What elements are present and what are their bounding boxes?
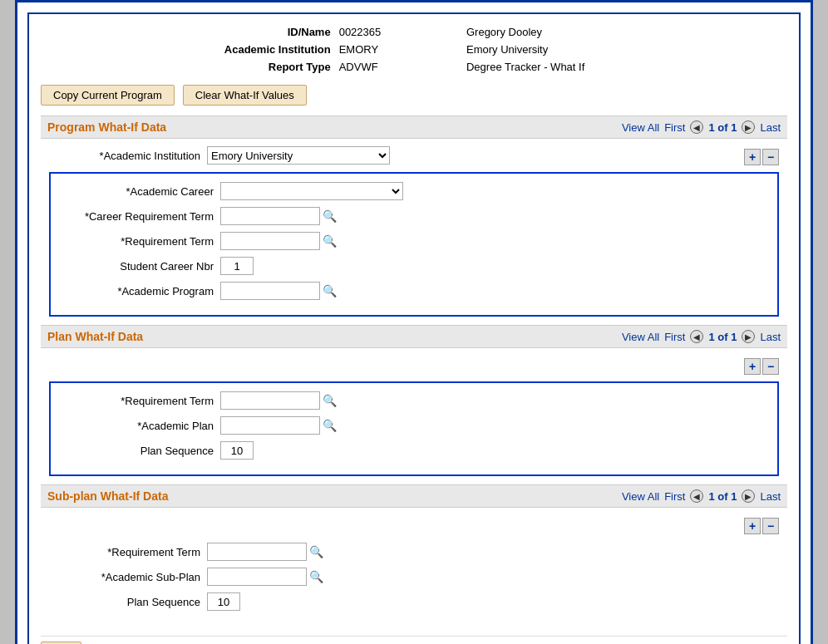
plan-section-title: Plan What-If Data <box>47 330 143 343</box>
career-req-term-label: *Career Requirement Term <box>62 210 220 223</box>
subplan-section-title: Sub-plan What-If Data <box>47 489 168 503</box>
career-nbr-row: Student Career Nbr 1 <box>62 257 766 275</box>
id-name: Gregory Dooley <box>463 24 786 40</box>
program-blue-box: *Academic Career *Career Requirement Ter… <box>49 172 779 317</box>
req-term-input[interactable] <box>220 232 320 250</box>
subplan-req-term-input[interactable] <box>207 543 307 561</box>
plan-next-icon[interactable]: ▶ <box>742 330 755 343</box>
subplan-remove-button[interactable]: − <box>762 518 779 534</box>
inner-container: ID/Name 0022365 Gregory Dooley Academic … <box>27 12 801 644</box>
institution-code: EMORY <box>336 42 461 57</box>
career-req-term-input[interactable] <box>220 207 320 225</box>
program-section-header: Program What-If Data View All First ◀ 1 … <box>41 116 787 139</box>
plan-blue-box: *Requirement Term 🔍 *Academic Plan 🔍 Pla… <box>49 381 779 476</box>
program-add-remove: + − <box>744 149 779 165</box>
acad-program-search-icon[interactable]: 🔍 <box>323 284 337 297</box>
program-page: 1 of 1 <box>708 121 737 134</box>
career-req-term-search-icon[interactable]: 🔍 <box>323 209 337 223</box>
subplan-req-term-search-icon[interactable]: 🔍 <box>309 545 323 558</box>
subplan-view-all[interactable]: View All <box>622 490 659 503</box>
institution-name: Emory University <box>463 42 786 57</box>
req-term-search-icon[interactable]: 🔍 <box>323 234 337 248</box>
report-type-name: Degree Tracker - What If <box>463 59 786 75</box>
subplan-seq-row: Plan Sequence 10 <box>49 592 779 611</box>
career-req-term-row: *Career Requirement Term 🔍 <box>62 207 766 225</box>
plan-add-button[interactable]: + <box>744 358 761 375</box>
plan-page: 1 of 1 <box>708 331 737 343</box>
action-buttons: Copy Current Program Clear What-If Value… <box>41 85 787 106</box>
subplan-section-header: Sub-plan What-If Data View All First ◀ 1… <box>41 484 787 508</box>
plan-nav: View All First ◀ 1 of 1 ▶ Last <box>622 330 781 343</box>
plan-last[interactable]: Last <box>760 331 781 343</box>
subplan-seq-value: 10 <box>207 592 240 611</box>
plan-section-header: Plan What-If Data View All First ◀ 1 of … <box>41 325 787 348</box>
institution-select[interactable]: Emory University <box>207 146 390 165</box>
career-nbr-value: 1 <box>220 257 254 275</box>
program-next-icon[interactable]: ▶ <box>742 120 755 134</box>
plan-req-term-input[interactable] <box>220 391 320 410</box>
program-view-all[interactable]: View All <box>622 121 659 134</box>
institution-field-label: *Academic Institution <box>49 150 207 162</box>
subplan-page: 1 of 1 <box>708 490 737 503</box>
acad-plan-label: *Academic Plan <box>62 420 220 432</box>
plan-prev-icon[interactable]: ◀ <box>690 330 703 343</box>
program-nav: View All First ◀ 1 of 1 ▶ Last <box>622 120 781 134</box>
id-label: ID/Name <box>42 24 334 40</box>
clear-values-button[interactable]: Clear What-If Values <box>183 85 307 106</box>
acad-subplan-search-icon[interactable]: 🔍 <box>309 570 323 583</box>
subplan-prev-icon[interactable]: ◀ <box>690 489 703 503</box>
subplan-last[interactable]: Last <box>760 490 781 503</box>
acad-plan-row: *Academic Plan 🔍 <box>62 416 766 435</box>
career-select[interactable] <box>220 182 403 200</box>
acad-subplan-input[interactable] <box>207 568 307 586</box>
acad-program-row: *Academic Program 🔍 <box>62 282 766 300</box>
plan-seq-value: 10 <box>220 441 254 460</box>
subplan-add-remove-container: + − <box>49 514 779 534</box>
subplan-next-icon[interactable]: ▶ <box>742 489 755 503</box>
subplan-first[interactable]: First <box>664 490 685 503</box>
plan-seq-row: Plan Sequence 10 <box>62 441 766 460</box>
header-info: ID/Name 0022365 Gregory Dooley Academic … <box>41 22 787 76</box>
institution-field: *Academic Institution Emory University <box>49 146 390 165</box>
report-type-code: ADVWF <box>336 59 461 75</box>
institution-row: *Academic Institution Emory University +… <box>49 145 779 165</box>
plan-seq-label: Plan Sequence <box>62 445 220 457</box>
req-term-label: *Requirement Term <box>62 235 220 248</box>
plan-first[interactable]: First <box>664 331 685 343</box>
subplan-seq-label: Plan Sequence <box>49 596 207 608</box>
plan-view-all[interactable]: View All <box>622 331 659 343</box>
plan-req-term-row: *Requirement Term 🔍 <box>62 391 766 410</box>
req-term-row: *Requirement Term 🔍 <box>62 232 766 250</box>
subplan-add-remove: + − <box>744 518 779 534</box>
subplan-add-button[interactable]: + <box>744 518 761 534</box>
id-value: 0022365 <box>336 24 461 40</box>
career-label: *Academic Career <box>62 185 220 198</box>
career-nbr-label: Student Career Nbr <box>62 260 220 273</box>
program-first[interactable]: First <box>664 121 685 134</box>
ok-button-row: OK <box>41 636 787 644</box>
outer-border: ID/Name 0022365 Gregory Dooley Academic … <box>15 0 813 644</box>
plan-req-term-label: *Requirement Term <box>62 395 220 407</box>
report-type-label: Report Type <box>42 59 334 75</box>
acad-plan-input[interactable] <box>220 416 320 435</box>
copy-program-button[interactable]: Copy Current Program <box>41 85 175 106</box>
acad-plan-search-icon[interactable]: 🔍 <box>323 419 337 432</box>
acad-program-label: *Academic Program <box>62 285 220 297</box>
subplan-req-term-row: *Requirement Term 🔍 <box>49 543 779 561</box>
plan-remove-button[interactable]: − <box>762 358 779 375</box>
plan-add-remove-container: + − <box>49 355 779 375</box>
program-prev-icon[interactable]: ◀ <box>690 120 703 134</box>
subplan-req-term-label: *Requirement Term <box>49 546 207 558</box>
plan-req-term-search-icon[interactable]: 🔍 <box>323 394 337 407</box>
plan-add-remove: + − <box>744 358 779 375</box>
program-last[interactable]: Last <box>760 121 781 134</box>
acad-subplan-label: *Academic Sub-Plan <box>49 571 207 583</box>
career-row: *Academic Career <box>62 182 766 200</box>
program-remove-button[interactable]: − <box>762 149 779 165</box>
subplan-fields: *Requirement Term 🔍 *Academic Sub-Plan 🔍… <box>41 538 787 626</box>
acad-subplan-row: *Academic Sub-Plan 🔍 <box>49 568 779 586</box>
institution-label: Academic Institution <box>42 42 334 57</box>
program-section-title: Program What-If Data <box>47 120 166 134</box>
program-add-button[interactable]: + <box>744 149 761 165</box>
acad-program-input[interactable] <box>220 282 320 300</box>
